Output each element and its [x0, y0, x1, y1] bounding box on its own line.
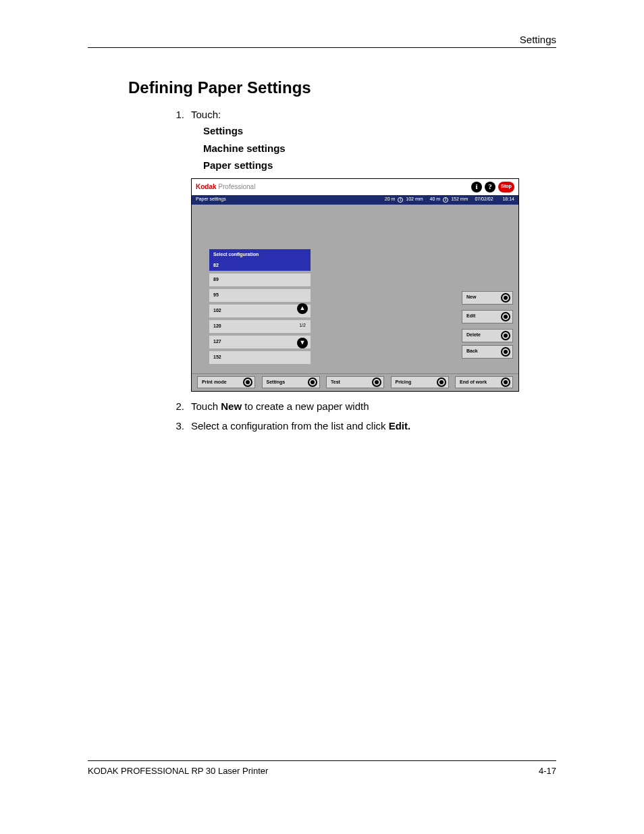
list-item[interactable]: 89	[209, 273, 311, 286]
brand-logo: Kodak Professional	[196, 182, 255, 192]
knob-icon	[437, 377, 446, 387]
step-2-text-pre: Touch	[191, 400, 221, 412]
step-number: 3.	[172, 418, 191, 434]
step-2: 2. Touch New to create a new paper width	[172, 398, 550, 414]
section-title: Defining Paper Settings	[128, 78, 311, 97]
list-header: Select configuration	[209, 249, 311, 260]
screenshot-footer: Print mode Settings Test Pricing End of …	[192, 373, 518, 391]
roll1-width: 102 mm	[406, 196, 423, 203]
knob-icon	[501, 293, 510, 303]
roll-2-icon: 2	[443, 197, 448, 203]
settings-button[interactable]: Settings	[262, 376, 320, 388]
page-indicator: 1/2	[294, 314, 311, 338]
info-icon[interactable]: i	[471, 182, 482, 192]
delete-button[interactable]: Delete	[462, 329, 513, 342]
instruction-list: 1. Touch: Settings Machine settings Pape…	[172, 107, 550, 438]
screen-title: Paper settings	[196, 196, 226, 203]
step-1-path-3: Paper settings	[203, 157, 550, 174]
knob-icon	[372, 377, 381, 387]
step-1: 1. Touch: Settings Machine settings Pape…	[172, 107, 550, 174]
back-button[interactable]: Back	[462, 345, 513, 359]
footer-right: 4-17	[539, 766, 556, 776]
step-2-bold: New	[221, 400, 242, 412]
knob-icon	[243, 377, 252, 387]
embedded-screenshot: Kodak Professional i ? Stop Paper settin…	[191, 178, 550, 392]
roll2-width: 152 mm	[451, 196, 468, 203]
test-button[interactable]: Test	[326, 376, 384, 388]
stop-button[interactable]: Stop	[498, 182, 514, 192]
list-item[interactable]: 95	[209, 289, 311, 302]
roll2-length: 40 m	[430, 196, 441, 203]
header-rule	[88, 47, 556, 48]
scroll-up-icon[interactable]: ▲	[297, 303, 308, 314]
print-mode-button[interactable]: Print mode	[197, 376, 255, 388]
new-button[interactable]: New	[462, 291, 513, 305]
screenshot-titlebar: Kodak Professional i ? Stop	[192, 179, 518, 195]
knob-icon	[501, 312, 510, 321]
step-1-intro: Touch:	[191, 109, 221, 120]
step-1-path-2: Machine settings	[203, 140, 550, 157]
knob-icon	[501, 331, 510, 340]
step-number: 2.	[172, 398, 191, 414]
footer-left: KODAK PROFESSIONAL RP 30 Laser Printer	[88, 766, 268, 776]
status-time: 18:14	[502, 196, 514, 203]
step-3-text-pre: Select a configuration from the list and…	[191, 420, 389, 432]
step-3: 3. Select a configuration from the list …	[172, 418, 550, 434]
knob-icon	[501, 377, 510, 387]
step-number: 1.	[172, 107, 191, 174]
list-item-selected[interactable]: 82	[209, 260, 311, 271]
step-1-path-1: Settings	[203, 122, 550, 140]
knob-icon	[308, 377, 317, 387]
page-header-right: Settings	[520, 34, 556, 45]
end-of-work-button[interactable]: End of work	[455, 376, 513, 388]
footer-rule	[88, 760, 556, 761]
help-icon[interactable]: ?	[485, 182, 495, 192]
list-item[interactable]: 152	[209, 351, 311, 364]
pricing-button[interactable]: Pricing	[391, 376, 449, 388]
status-date: 07/02/02	[475, 196, 493, 203]
step-3-bold: Edit.	[389, 420, 411, 432]
status-bar: Paper settings 20 m 1 102 mm 40 m 2 152 …	[192, 195, 518, 205]
scroll-down-icon[interactable]: ▼	[297, 338, 308, 348]
step-2-text-post: to create a new paper width	[242, 400, 369, 412]
roll1-length: 20 m	[385, 196, 396, 203]
knob-icon	[501, 347, 510, 357]
edit-button[interactable]: Edit	[462, 310, 513, 323]
roll-1-icon: 1	[398, 197, 403, 203]
